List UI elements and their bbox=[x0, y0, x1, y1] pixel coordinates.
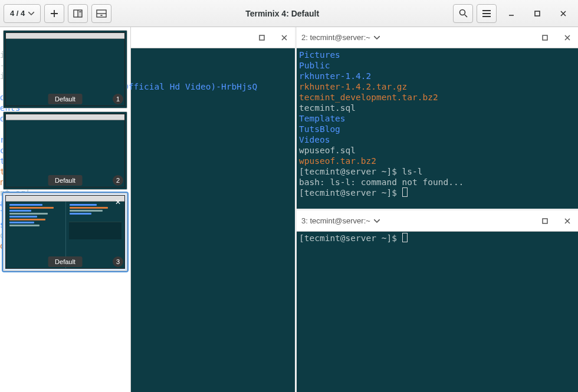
pane-close-button[interactable] bbox=[561, 215, 573, 227]
pane-tab-label: 2: tecmint@server:~ bbox=[301, 33, 370, 42]
pane-maximize-button[interactable] bbox=[256, 32, 268, 44]
minimize-icon bbox=[508, 11, 514, 17]
split-right-icon bbox=[73, 9, 83, 18]
thumb-number: 2 bbox=[113, 175, 123, 186]
svg-point-3 bbox=[459, 10, 465, 15]
svg-rect-6 bbox=[543, 35, 547, 40]
svg-rect-7 bbox=[543, 219, 547, 223]
window-close-button[interactable] bbox=[558, 8, 569, 19]
thumb-label: Default bbox=[48, 94, 83, 104]
close-icon bbox=[564, 35, 570, 41]
right-column: 2: tecmint@server:~ Pictures Public rkhu… bbox=[297, 27, 578, 392]
pane-tab-3: 3: tecmint@server:~ bbox=[297, 210, 578, 232]
chevron-down-icon bbox=[28, 12, 34, 15]
svg-rect-5 bbox=[260, 35, 264, 40]
split-down-button[interactable] bbox=[91, 4, 111, 23]
maximize-icon bbox=[259, 35, 265, 41]
plus-icon bbox=[50, 9, 58, 18]
pane-close-button[interactable] bbox=[278, 32, 290, 44]
close-icon bbox=[564, 218, 570, 224]
session-thumb-2[interactable]: Default 2 bbox=[3, 111, 127, 190]
left-column: [tecmint@server ~]$ uname -r 4.6.4-301.f… bbox=[131, 27, 295, 392]
maximize-icon bbox=[542, 218, 548, 224]
body-area: Default 1 Default 2 ✕ bbox=[0, 27, 578, 392]
terminal-content-3[interactable]: [tecmint@server ~]$ bbox=[297, 232, 578, 392]
new-session-button[interactable] bbox=[44, 4, 64, 23]
terminal-pane-1[interactable]: [tecmint@server ~]$ uname -r 4.6.4-301.f… bbox=[131, 27, 295, 392]
terminal-pane-2[interactable]: 2: tecmint@server:~ Pictures Public rkhu… bbox=[297, 27, 578, 209]
pane-maximize-button[interactable] bbox=[539, 215, 551, 227]
pane-area: [tecmint@server ~]$ uname -r 4.6.4-301.f… bbox=[131, 27, 578, 392]
session-thumb-1[interactable]: Default 1 bbox=[3, 30, 127, 108]
window-minimize-button[interactable] bbox=[506, 8, 517, 19]
svg-rect-1 bbox=[78, 10, 82, 17]
terminal-content-2[interactable]: Pictures Public rkhunter-1.4.2 rkhunter-… bbox=[297, 48, 578, 209]
session-counter: 4 / 4 bbox=[10, 9, 25, 18]
pane-tab-1 bbox=[131, 27, 295, 48]
pane-tab-2: 2: tecmint@server:~ bbox=[297, 27, 578, 48]
search-icon bbox=[459, 9, 468, 18]
split-right-button[interactable] bbox=[68, 4, 88, 23]
session-thumb-3[interactable]: ✕ bbox=[3, 193, 127, 271]
thumb-number: 1 bbox=[113, 94, 123, 104]
pane-close-button[interactable] bbox=[561, 32, 573, 44]
close-icon bbox=[560, 11, 566, 17]
chevron-down-icon[interactable] bbox=[374, 36, 380, 39]
session-switcher-button[interactable]: 4 / 4 bbox=[4, 4, 41, 23]
window-maximize-button[interactable] bbox=[532, 8, 543, 19]
maximize-icon bbox=[542, 35, 548, 41]
split-down-icon bbox=[96, 9, 107, 18]
window-title: Terminix 4: Default bbox=[245, 9, 319, 18]
thumb-label: Default bbox=[48, 256, 83, 267]
svg-rect-4 bbox=[535, 11, 540, 16]
pane-tab-label: 3: tecmint@server:~ bbox=[301, 216, 370, 225]
hamburger-icon bbox=[482, 10, 491, 17]
chevron-down-icon[interactable] bbox=[374, 219, 380, 223]
maximize-icon bbox=[534, 11, 540, 17]
search-button[interactable] bbox=[453, 4, 473, 23]
menu-button[interactable] bbox=[477, 4, 497, 23]
header-bar: 4 / 4 Terminix 4: Default bbox=[0, 0, 578, 27]
close-icon bbox=[281, 35, 287, 41]
thumb-number: 3 bbox=[113, 256, 123, 267]
pane-maximize-button[interactable] bbox=[539, 32, 551, 44]
terminal-pane-3[interactable]: 3: tecmint@server:~ [tecmint@server ~]$ bbox=[297, 210, 578, 392]
thumb-label: Default bbox=[48, 175, 83, 186]
